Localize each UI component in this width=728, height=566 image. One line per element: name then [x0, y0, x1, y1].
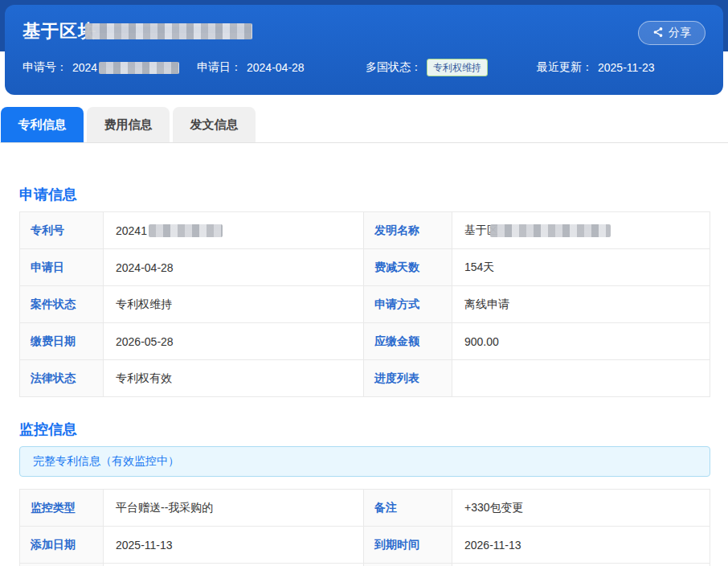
field-value: 900.00 [452, 323, 710, 359]
field-value: 平台赠送--我采购的 [104, 490, 363, 526]
share-button[interactable]: 分享 [638, 21, 706, 45]
redacted-invention-name [490, 224, 611, 237]
field-value [452, 360, 710, 396]
field-label: 案件状态 [20, 286, 103, 322]
field-label: 进度列表 [364, 360, 452, 396]
field-label: 备注 [364, 490, 452, 526]
field-label: 到期时间 [364, 527, 452, 563]
share-button-label: 分享 [669, 26, 691, 40]
field-value: 专利权维持 [104, 286, 363, 322]
header-card: 基于区块 分享 申请号： 2024 申请日： 2024-04-28 多国状态： [5, 5, 723, 95]
status-badge: 专利权维持 [427, 59, 488, 76]
tab-patent-info[interactable]: 专利信息 [1, 107, 84, 142]
application-date-value: 2024-04-28 [247, 61, 305, 74]
redacted-patent-number [149, 224, 223, 237]
field-value: 154天 [452, 249, 710, 285]
monitor-info-table: 监控类型 平台赠送--我采购的 备注 +330包变更 添加日期 2025-11-… [19, 489, 710, 566]
tab-document-info[interactable]: 发文信息 [173, 107, 256, 142]
tab-bar: 专利信息 费用信息 发文信息 [0, 107, 728, 143]
field-label: 应缴金额 [364, 323, 452, 359]
field-value: +330包变更 [452, 490, 710, 526]
main-content: 申请信息 专利号 20241 发明名称 基于区 申请日 2024-04-28 费… [0, 185, 728, 566]
redacted-title [85, 23, 252, 39]
field-value: 2024-04-28 [104, 249, 363, 285]
application-number-label: 申请号： [22, 60, 67, 75]
field-value: 2026-11-13 [452, 527, 710, 563]
field-label: 专利号 [20, 212, 103, 248]
field-value: 2026-05-28 [104, 323, 363, 359]
tab-fee-info[interactable]: 费用信息 [87, 107, 170, 142]
last-updated-label: 最近更新： [537, 60, 593, 75]
application-date-label: 申请日： [197, 60, 242, 75]
field-label: 添加日期 [20, 527, 103, 563]
monitor-section-title: 监控信息 [19, 420, 710, 440]
application-info-table: 专利号 20241 发明名称 基于区 申请日 2024-04-28 费减天数 1… [19, 211, 710, 397]
field-label: 法律状态 [20, 360, 103, 396]
field-label: 缴费日期 [20, 323, 103, 359]
field-value: 专利权有效 [104, 360, 363, 396]
application-section-title: 申请信息 [19, 185, 710, 205]
field-label: 申请日 [20, 249, 103, 285]
field-label: 申请方式 [364, 286, 452, 322]
share-icon [652, 27, 664, 40]
header-meta-row: 申请号： 2024 申请日： 2024-04-28 多国状态： 专利权维持 最近… [22, 59, 706, 76]
redacted-application-number [99, 62, 179, 74]
last-updated-value: 2025-11-23 [598, 61, 655, 74]
page-header: 基于区块 分享 申请号： 2024 申请日： 2024-04-28 多国状态： [0, 0, 728, 95]
field-value: 离线申请 [452, 286, 710, 322]
field-label: 监控类型 [20, 490, 103, 526]
field-value: 20241 [104, 212, 363, 248]
field-label: 费减天数 [364, 249, 452, 285]
application-number-value: 2024 [72, 61, 97, 74]
field-value: 基于区 [452, 212, 710, 248]
field-label: 发明名称 [364, 212, 452, 248]
field-value: 2025-11-13 [104, 527, 363, 563]
multi-country-status-label: 多国状态： [366, 60, 422, 75]
monitor-notice-bar: 完整专利信息（有效监控中） [19, 446, 710, 477]
